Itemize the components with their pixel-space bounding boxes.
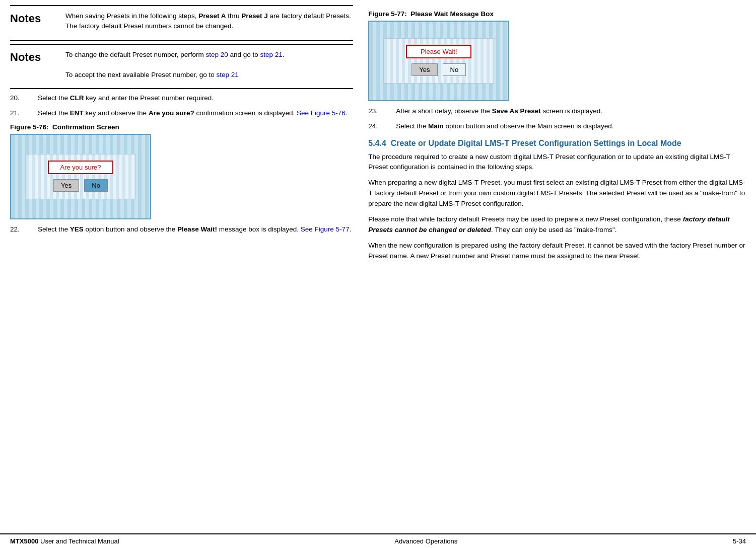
step-list-right: 23. After a short delay, observe the Sav… xyxy=(368,106,746,132)
step24-pre: Select the xyxy=(396,122,428,130)
notes1-bold2: Preset J xyxy=(241,12,268,20)
para-3: Please note that while factory default P… xyxy=(368,214,746,236)
right-column: Figure 5-77: Please Wait Message Box Ple… xyxy=(363,5,746,528)
notes1-text2: thru xyxy=(226,12,241,20)
step23-post: screen is displayed. xyxy=(541,107,602,115)
figure-76-no-button[interactable]: No xyxy=(84,179,108,192)
step-20: 20. Select the CLR key and enter the Pre… xyxy=(10,93,353,103)
step20-bold: CLR xyxy=(70,94,84,102)
footer: MTX5000 User and Technical Manual Advanc… xyxy=(0,533,756,548)
notes-text-2: To change the default Preset number, per… xyxy=(65,50,353,64)
step-24-content: Select the Main option button and observ… xyxy=(396,121,746,131)
step21-link-end: . xyxy=(346,109,348,117)
step21-mid: key and observe the xyxy=(84,109,149,117)
step-23: 23. After a short delay, observe the Sav… xyxy=(368,106,746,116)
figure-77-title: Please Wait Message Box xyxy=(410,10,494,18)
notes2-line2: To accept the next available Preset numb… xyxy=(10,70,353,80)
figure-76-box: Are you sure? Yes No xyxy=(10,134,151,219)
figure-77-box: Please Wait! Yes No xyxy=(368,21,509,101)
notes2-line1-end: . xyxy=(283,51,285,58)
step21-pre: Select the xyxy=(38,109,70,117)
step21-bold: ENT xyxy=(70,109,84,117)
step-21-num: 21. xyxy=(10,108,38,118)
step-22-content: Select the YES option button and observe… xyxy=(38,224,353,234)
step24-post: option button and observe the Main scree… xyxy=(444,122,614,130)
step-23-num: 23. xyxy=(368,106,396,116)
left-column: Notes When saving Presets in the followi… xyxy=(10,5,363,528)
step-23-content: After a short delay, observe the Save As… xyxy=(396,106,746,116)
step23-bold: Save As Preset xyxy=(492,107,541,115)
notes-block-1: Notes When saving Presets in the followi… xyxy=(10,5,353,37)
figure-76-msg: Are you sure? xyxy=(48,161,113,174)
step21-link[interactable]: See Figure 5-76 xyxy=(297,109,346,117)
figure-76-dialog-content: Are you sure? Yes No xyxy=(34,161,127,192)
figure-76-label: Figure 5-76: Confirmation Screen xyxy=(10,123,353,131)
figure-77-buttons: Yes No xyxy=(411,63,466,76)
figure-76-buttons: Yes No xyxy=(53,179,108,192)
figure-77-label-text: Figure 5-77: xyxy=(368,10,407,18)
footer-page: 5-34 xyxy=(733,537,746,545)
notes2-link2[interactable]: step 21 xyxy=(260,51,283,58)
notes-label-2: Notes xyxy=(10,50,65,64)
step-21: 21. Select the ENT key and observe the A… xyxy=(10,108,353,118)
footer-center: Advanced Operations xyxy=(394,537,457,545)
figure-77-label: Figure 5-77: Please Wait Message Box xyxy=(368,10,746,18)
step22-link-end: . xyxy=(350,225,352,233)
figure-77-container: Figure 5-77: Please Wait Message Box Ple… xyxy=(368,10,746,101)
figure-77-msg: Please Wait! xyxy=(406,45,471,58)
step-20-num: 20. xyxy=(10,93,38,103)
step-list-left: 20. Select the CLR key and enter the Pre… xyxy=(10,93,353,119)
step20-pre: Select the xyxy=(38,94,70,102)
step23-pre: After a short delay, observe the xyxy=(396,107,492,115)
figure-77-inner: Please Wait! Yes No xyxy=(383,38,494,84)
step22-pre: Select the xyxy=(38,225,70,233)
para-1: The procedure required to create a new c… xyxy=(368,152,746,173)
step-22: 22. Select the YES option button and obs… xyxy=(10,224,353,234)
figure-77-no-button[interactable]: No xyxy=(443,63,466,76)
footer-product: MTX5000 xyxy=(10,537,38,545)
step22-mid: option button and observe the xyxy=(84,225,177,233)
para3-pre: Please note that while factory default P… xyxy=(368,215,682,223)
step-24-num: 24. xyxy=(368,121,396,131)
notes2-line2-pre: To accept the next available Preset numb… xyxy=(65,71,216,79)
footer-product-rest: User and Technical Manual xyxy=(38,537,119,545)
footer-left: MTX5000 User and Technical Manual xyxy=(10,537,119,545)
section-544-num: 5.4.4 xyxy=(368,139,386,147)
para3-post: . They can only be used as "make-froms". xyxy=(491,226,616,233)
figure-76-yes-button[interactable]: Yes xyxy=(53,179,79,192)
notes2-line1-pre: To change the default Preset number, per… xyxy=(65,51,205,58)
notes1-text: When saving Presets in the following ste… xyxy=(65,12,198,20)
step22-link[interactable]: See Figure 5-77 xyxy=(301,225,350,233)
notes1-bold1: Preset A xyxy=(198,12,226,20)
main-content: Notes When saving Presets in the followi… xyxy=(0,0,756,533)
figure-76-label-text: Figure 5-76: xyxy=(10,123,49,131)
step21-post: confirmation screen is displayed. xyxy=(194,109,297,117)
step-22-num: 22. xyxy=(10,224,38,234)
step21-bold2: Are you sure? xyxy=(149,109,194,117)
step20-post: key and enter the Preset number required… xyxy=(84,94,214,102)
step-24: 24. Select the Main option button and ob… xyxy=(368,121,746,131)
notes2-link1[interactable]: step 20 xyxy=(205,51,228,58)
figure-76-inner: Are you sure? Yes No xyxy=(25,154,136,199)
divider-2 xyxy=(10,88,353,89)
step22-bold2: Please Wait! xyxy=(177,225,217,233)
step-20-content: Select the CLR key and enter the Preset … xyxy=(38,93,353,103)
section-544-heading: 5.4.4 Create or Update Digital LMS-T Pre… xyxy=(368,139,746,148)
notes-label-1: Notes xyxy=(10,11,65,32)
notes-text-1: When saving Presets in the following ste… xyxy=(65,11,353,32)
step22-post: message box is displayed. xyxy=(217,225,301,233)
notes-block-2: Notes To change the default Preset numbe… xyxy=(10,44,353,85)
para-4: When the new configuration is prepared u… xyxy=(368,241,746,262)
figure-76-container: Figure 5-76: Confirmation Screen Are you… xyxy=(10,123,353,219)
page-container: Notes When saving Presets in the followi… xyxy=(0,0,756,548)
notes2-line1-mid: and go to xyxy=(228,51,260,58)
step-21-content: Select the ENT key and observe the Are y… xyxy=(38,108,353,118)
divider-1 xyxy=(10,40,353,41)
step22-bold: YES xyxy=(70,225,84,233)
section-544-title: Create or Update Digital LMS-T Preset Co… xyxy=(391,139,681,147)
figure-77-yes-button[interactable]: Yes xyxy=(411,63,437,76)
step24-bold: Main xyxy=(428,122,444,130)
para-2: When preparing a new digital LMS-T Prese… xyxy=(368,178,746,209)
figure-77-dialog-content: Please Wait! Yes No xyxy=(392,45,486,76)
notes2-link3[interactable]: step 21 xyxy=(216,71,238,79)
